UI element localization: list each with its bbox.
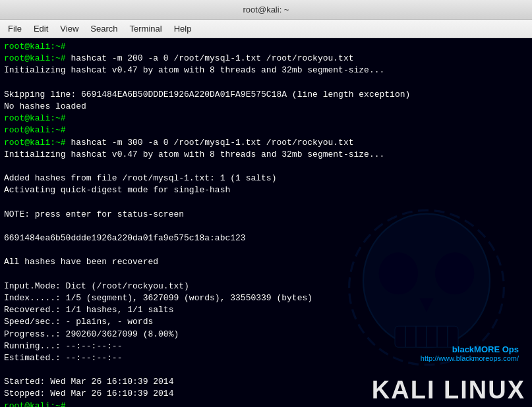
terminal-output[interactable]: root@kali:~# root@kali:~# hashcat -m 200… [0, 38, 532, 407]
menu-terminal[interactable]: Terminal [125, 22, 167, 35]
menu-file[interactable]: File [3, 22, 27, 35]
menu-view[interactable]: View [55, 22, 84, 35]
terminal[interactable]: blackMORE Ops http://www.blackmoreops.co… [0, 38, 532, 407]
menu-help[interactable]: Help [169, 22, 197, 35]
menu-search[interactable]: Search [85, 22, 123, 35]
menu-bar: File Edit View Search Terminal Help [0, 20, 532, 38]
title-bar: root@kali: ~ [0, 0, 532, 20]
menu-edit[interactable]: Edit [28, 22, 53, 35]
title-bar-text: root@kali: ~ [243, 5, 289, 14]
